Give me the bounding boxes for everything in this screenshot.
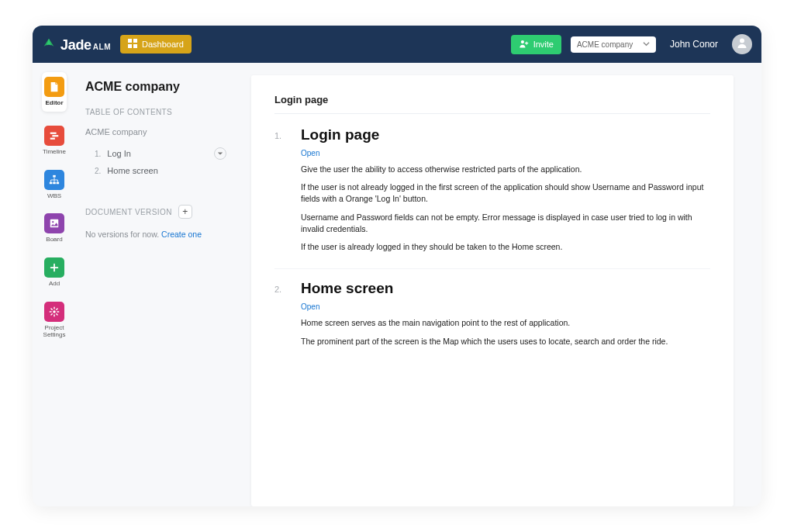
rail-label: WBS [47,193,61,200]
add-version-button[interactable]: + [178,205,192,219]
tree-icon [44,170,64,190]
app-body: Editor Timeline WBS Board [33,63,761,506]
toc-label: Log In [107,149,131,158]
toc-item-login[interactable]: 1. Log In [85,144,226,163]
rail-label: Add [49,281,60,288]
create-version-link[interactable]: Create one [161,230,202,239]
section-number: 2. [274,280,285,294]
svg-rect-10 [50,181,53,184]
app-window: Jade ALM Dashboard Invite ACME company J… [33,26,761,506]
person-icon [736,36,748,52]
section-paragraph: Username and Password fields can not be … [301,212,710,235]
project-title: ACME company [85,80,226,94]
timeline-icon [44,126,64,146]
user-name[interactable]: John Conor [670,39,718,50]
card-title: Login page [274,94,710,105]
toc-list: 1. Log In 2. Home screen [85,144,226,178]
rail-item-timeline[interactable]: Timeline [43,126,66,156]
chevron-down-icon [643,40,650,49]
avatar[interactable] [732,34,752,54]
toc-pane: ACME company TABLE OF CONTENTS ACME comp… [76,63,239,506]
open-link[interactable]: Open [301,149,319,157]
rail-label: Timeline [43,149,66,156]
toc-label: Home screen [107,166,157,175]
gear-icon [44,302,64,322]
toc-item-home-screen[interactable]: 2. Home screen [85,163,226,178]
rail-item-project-settings[interactable]: Project Settings [37,302,71,339]
open-link[interactable]: Open [301,302,319,311]
svg-rect-9 [53,174,56,177]
document-icon [44,77,64,97]
section-body: Home screen Open Home screen serves as t… [301,280,710,347]
section-paragraph: Give the user the ability to access othe… [301,164,710,175]
plus-icon [44,257,64,278]
company-select[interactable]: ACME company [571,36,656,53]
svg-rect-1 [133,39,137,43]
divider [274,113,710,114]
rail-item-board[interactable]: Board [44,213,64,244]
toc-company[interactable]: ACME company [85,127,226,136]
rail-item-add[interactable]: Add [44,257,64,288]
svg-rect-2 [128,44,132,48]
rail-label: Project Settings [37,325,71,339]
brand-name: Jade [60,37,91,54]
company-selected: ACME company [577,40,633,49]
logo-icon [42,37,56,51]
rail-item-wbs[interactable]: WBS [44,170,64,200]
svg-rect-7 [52,135,58,136]
svg-point-15 [53,310,56,313]
grid-icon [128,39,137,50]
left-rail: Editor Timeline WBS Board [33,63,76,506]
svg-rect-8 [50,137,55,139]
expand-toggle[interactable] [214,147,226,160]
dashboard-label: Dashboard [142,40,184,49]
document-version-row: DOCUMENT VERSION + [85,205,226,219]
no-versions-text: No versions for now. Create one [85,230,226,239]
brand-sub: ALM [93,43,111,51]
svg-rect-11 [53,181,56,184]
topbar: Jade ALM Dashboard Invite ACME company J… [33,26,761,63]
toc-header: TABLE OF CONTENTS [85,108,226,116]
invite-label: Invite [533,40,554,49]
invite-button[interactable]: Invite [511,35,561,54]
chevron-down-icon [217,149,223,158]
svg-rect-12 [57,181,60,184]
svg-point-14 [52,222,54,223]
rail-label: Editor [45,100,63,107]
section-login-page: 1. Login page Open Give the user the abi… [274,126,710,253]
document-card: Login page 1. Login page Open Give the u… [251,75,734,506]
section-paragraph: If the user is not already logged in the… [301,181,710,205]
svg-rect-0 [128,39,132,43]
rail-item-editor[interactable]: Editor [42,72,67,112]
content-area: Login page 1. Login page Open Give the u… [239,63,761,506]
document-version-label: DOCUMENT VERSION [85,208,172,216]
section-heading: Login page [301,126,710,143]
brand-logo[interactable]: Jade ALM [42,36,111,54]
svg-rect-6 [50,132,57,133]
dashboard-button[interactable]: Dashboard [120,35,192,54]
section-home-screen: 2. Home screen Open Home screen serves a… [274,280,710,347]
section-paragraph: The prominent part of the screen is the … [301,336,710,347]
divider [274,268,710,269]
svg-point-5 [740,39,744,43]
section-paragraph: Home screen serves as the main navigatio… [301,317,710,329]
svg-rect-3 [133,44,137,48]
section-paragraph: If the user is already logged in they sh… [301,241,710,253]
image-icon [44,213,64,233]
section-body: Login page Open Give the user the abilit… [301,126,710,253]
section-heading: Home screen [301,280,710,297]
section-number: 1. [274,126,285,140]
toc-index: 2. [95,167,101,175]
no-versions-prefix: No versions for now. [85,230,161,239]
toc-index: 1. [95,150,101,158]
rail-label: Board [46,237,62,244]
invite-icon [519,39,529,50]
svg-rect-13 [50,219,59,228]
svg-point-4 [520,40,523,43]
